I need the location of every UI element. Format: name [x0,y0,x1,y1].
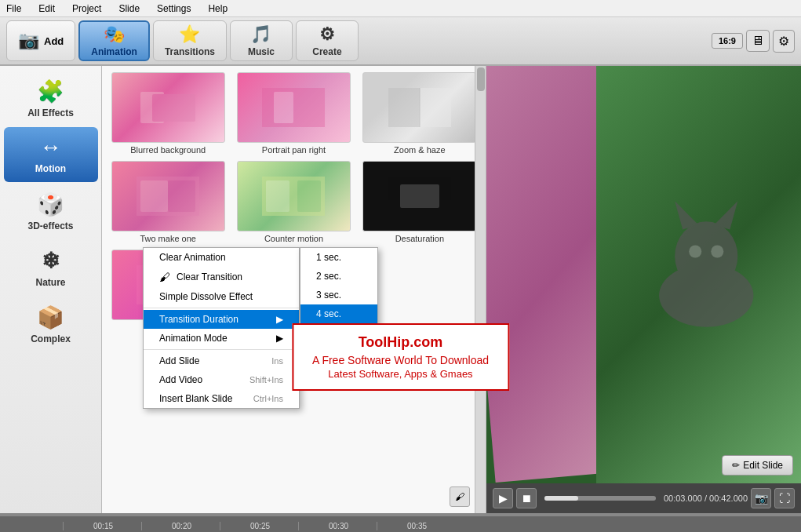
context-menu: Clear Animation 🖌 Clear Transition Simpl… [143,247,300,409]
ctx-arrow-duration: ▶ [276,314,283,325]
music-icon: 🎵 [250,24,271,45]
sidebar-item-3d-effects[interactable]: 🎲 3D-effects [4,184,98,239]
effect-desaturation[interactable]: Desaturation [360,161,479,243]
effect-thumb-portrait [237,72,351,143]
add-button[interactable]: 📷 Add [6,20,75,61]
scrollbar-thumb[interactable] [477,67,485,91]
sidebar-item-all-effects[interactable]: 🧩 All Effects [4,71,98,126]
ctx-add-slide[interactable]: Add Slide Ins [144,352,299,370]
ctx-clear-transition[interactable]: 🖌 Clear Transition [144,267,299,287]
ctx-add-video[interactable]: Add Video Shift+Ins [144,370,299,389]
edit-slide-label: Edit Slide [743,460,783,471]
brush-icon: 🖌 [159,271,170,283]
stop-button[interactable]: ⏹ [516,488,537,508]
time-display: 00:03.000 / 00:42.000 [664,494,748,503]
svg-rect-9 [168,180,195,212]
animation-icon: 🎭 [104,24,125,45]
effect-label-desat: Desaturation [395,234,444,243]
submenu-3sec[interactable]: 3 sec. [300,286,377,304]
play-button[interactable]: ▶ [493,488,513,508]
effect-thumb-two [111,161,225,231]
effect-label-zoom: Zoom & haze [394,145,445,155]
ctx-insert-blank[interactable]: Insert Blank Slide Ctrl+Ins [144,389,299,408]
svg-rect-11 [266,180,289,212]
watermark-title: ToolHip.com [312,334,489,351]
gear-button[interactable]: ⚙ [773,30,795,53]
menu-slide[interactable]: Slide [115,2,143,16]
menu-edit[interactable]: Edit [35,2,58,16]
submenu-label-3sec: 3 sec. [316,290,341,301]
effect-portrait-pan-right[interactable]: Portrait pan right [234,72,353,155]
sidebar-label-complex: Complex [31,333,71,344]
motion-icon: ↔ [40,135,62,160]
sidebar-item-motion[interactable]: ↔ Motion [4,127,98,182]
sidebar-item-complex[interactable]: 📦 Complex [4,297,98,352]
snowflake-icon: ❄ [42,248,60,274]
preview-controls: ▶ ⏹ 00:03.000 / 00:42.000 📷 ⛶ [486,483,801,513]
effect-counter-motion[interactable]: Counter motion [234,161,353,243]
preview-video: ✏ Edit Slide [486,66,801,483]
transitions-tab[interactable]: ⭐ Transitions [153,20,227,61]
svg-marker-19 [675,201,699,229]
effect-two-make-one[interactable]: Two make one [108,161,228,243]
menu-help[interactable]: Help [205,2,231,16]
sidebar-label-motion: Motion [35,163,66,174]
sidebar: 🧩 All Effects ↔ Motion 🎲 3D-effects ❄ Na… [0,66,102,513]
ctx-separator-2 [144,349,299,350]
box-icon: 📦 [37,304,64,330]
ctx-clear-animation[interactable]: Clear Animation [144,248,299,267]
sidebar-item-nature[interactable]: ❄ Nature [4,240,98,295]
menu-bar: File Edit Project Slide Settings Help [0,0,801,17]
submenu-4sec[interactable]: 4 sec. [300,304,377,323]
display-settings-button[interactable]: 🖥 [746,30,770,52]
watermark: ToolHip.com A Free Software World To Dow… [292,323,509,391]
music-tab[interactable]: 🎵 Music [230,20,293,61]
ruler-mark-15: 00:15 [63,522,141,530]
snapshot-button[interactable]: 📷 [751,488,771,508]
preview-area: ✏ Edit Slide ▶ ⏹ 00:03.000 / 00:42.000 📷… [486,66,801,513]
transitions-icon: ⭐ [179,24,200,45]
edit-slide-button[interactable]: ✏ Edit Slide [722,455,793,476]
ctx-separator-1 [144,308,299,308]
menu-project[interactable]: Project [69,2,104,16]
effect-thumb-blurred [111,72,225,143]
pencil-icon: ✏ [732,460,740,471]
effect-blurred-background[interactable]: Blurred background [108,72,228,155]
ratio-button[interactable]: 16:9 [712,33,743,49]
effect-label-blurred: Blurred background [130,145,206,155]
effect-thumb-desat [362,161,476,231]
effect-zoom-haze[interactable]: Zoom & haze [360,72,479,155]
ctx-animation-mode[interactable]: Animation Mode ▶ [144,329,299,348]
ruler-mark-30: 00:30 [298,522,377,530]
ctx-simple-dissolve[interactable]: Simple Dissolve Effect [144,287,299,306]
animation-label: Animation [91,46,137,57]
ratio-area: 16:9 🖥 ⚙ [712,30,795,53]
menu-settings[interactable]: Settings [154,2,194,16]
clear-button[interactable]: 🖌 [450,486,470,507]
svg-rect-3 [274,92,293,123]
ctx-label-add-slide: Add Slide [159,355,199,366]
puzzle-icon: 🧩 [37,78,64,104]
effect-thumb-zoom [362,72,476,143]
scrollbar[interactable] [475,66,486,513]
ctx-shortcut-insert-blank: Ctrl+Ins [253,394,283,403]
toolbar: 📷 Add 🎭 Animation ⭐ Transitions 🎵 Music … [0,17,801,66]
animation-tab[interactable]: 🎭 Animation [78,20,150,61]
submenu-1sec[interactable]: 1 sec. [300,248,377,267]
submenu-2sec[interactable]: 2 sec. [300,267,377,286]
ctx-shortcut-add-video: Shift+Ins [249,375,283,384]
progress-bar[interactable] [544,496,656,501]
ctx-label-clear-animation: Clear Animation [159,252,226,263]
svg-rect-1 [152,94,195,122]
ctx-transition-duration[interactable]: Transition Duration ▶ [144,310,299,329]
main-area: 🧩 All Effects ↔ Motion 🎲 3D-effects ❄ Na… [0,66,801,513]
sidebar-label-3d: 3D-effects [27,220,73,231]
fullscreen-button[interactable]: ⛶ [774,488,795,508]
timeline-ruler: 00:15 00:20 00:25 00:30 00:35 [0,516,801,532]
menu-file[interactable]: File [3,2,24,16]
bottom-area: 00:15 00:20 00:25 00:30 00:35 ☰ 🔊 🎤 2.0 … [0,513,801,532]
create-tab[interactable]: ⚙ Create [296,20,359,61]
camera-add-icon: 📷 [18,31,39,51]
music-label: Music [248,46,275,57]
ctx-label-clear-transition: Clear Transition [177,271,242,282]
